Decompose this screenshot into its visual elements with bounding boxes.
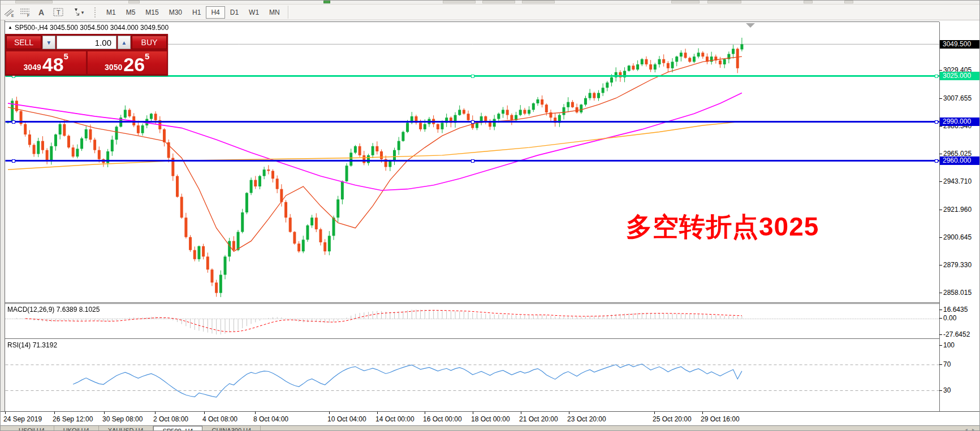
timeframe-button-d1[interactable]: D1 [225, 6, 244, 19]
chart-text-annotation[interactable]: 多空转折点3025 [626, 210, 819, 245]
timeframe-button-m15[interactable]: M15 [140, 6, 163, 19]
time-axis[interactable]: 24 Sep 201926 Sep 12:0030 Sep 08:002 Oct… [1, 411, 980, 426]
time-tick-mark [569, 412, 569, 414]
time-tick-label: 21 Oct 20:00 [519, 415, 558, 423]
buy-price-big: 26 [123, 56, 145, 73]
price-tick-mark [939, 210, 942, 210]
price-tick-mark [939, 265, 942, 265]
time-tick-label: 10 Oct 04:00 [327, 415, 366, 423]
toolbar-separator [288, 6, 288, 19]
text-label-tool-icon[interactable]: A [34, 6, 49, 19]
time-tick-label: 16 Oct 00:00 [423, 415, 462, 423]
time-tick-label: 23 Oct 20:00 [567, 415, 606, 423]
indicator-tick-mark [939, 364, 942, 365]
price-tick-label: 3007.655 [943, 95, 972, 102]
titlebar-partial-row [1, 1, 980, 5]
chart-shift-marker-icon[interactable] [746, 23, 755, 28]
indicator-tick-label: -27.6452 [943, 331, 970, 338]
sell-price-display[interactable]: 3049 48 5 [6, 51, 86, 74]
timeframe-button-m30[interactable]: M30 [164, 6, 187, 19]
time-tick-mark [54, 412, 55, 414]
titlebar-fragment [15, 1, 53, 3]
time-tick-mark [654, 412, 655, 414]
titlebar-fragment [671, 1, 700, 3]
chart-left-gutter [1, 20, 5, 431]
price-tick-label: 2900.645 [943, 234, 972, 241]
tab-scroll-arrows[interactable]: ◂ ▸ [965, 427, 976, 431]
price-tick-mark [939, 293, 942, 293]
indicator-tick-mark [939, 345, 942, 346]
time-tick-label: 29 Oct 16:00 [701, 415, 740, 423]
titlebar-fragment [844, 1, 853, 3]
time-tick-mark [377, 412, 378, 414]
timeframe-button-m5[interactable]: M5 [121, 6, 141, 19]
chart-tab-china300[interactable]: CHINA300,H4 [202, 426, 261, 431]
time-tick-label: 26 Sep 12:00 [53, 415, 93, 423]
timeframe-button-h1[interactable]: H1 [187, 6, 206, 19]
price-tick-mark [939, 154, 942, 154]
price-tick-label: 2879.330 [943, 262, 972, 269]
price-tick-label: 2943.710 [943, 178, 972, 185]
time-tick-mark [255, 412, 256, 414]
arrows-tool-icon[interactable]: ▾ [67, 6, 88, 19]
timeframe-button-mn[interactable]: MN [264, 6, 285, 19]
level-price-badge[interactable]: 3025.000 [940, 72, 980, 80]
toolbar-gripper[interactable] [94, 7, 98, 18]
indicator-tick-mark [939, 334, 942, 335]
ohlc-title-text: SP500-,H4 3045.500 3054.500 3044.000 304… [15, 24, 169, 32]
volume-increase-button[interactable]: ▲ [118, 36, 131, 49]
caret-up-icon: ▲ [122, 40, 127, 46]
price-tick-mark [939, 98, 942, 99]
time-tick-mark [521, 412, 521, 414]
sell-price-prefix: 3049 [24, 62, 41, 73]
toolbar: E F A T ▾ M1M5M15M30H1H4D1W1MN [1, 5, 980, 20]
titlebar-fragment [128, 1, 140, 3]
timeframe-button-h4[interactable]: H4 [206, 6, 225, 19]
level-price-badge[interactable]: 2990.000 [940, 117, 980, 126]
price-tick-label: 2858.015 [943, 289, 972, 297]
rsi-pane-canvas[interactable] [5, 339, 939, 411]
chart-symbol-title: ▲SP500-,H4 3045.500 3054.500 3044.000 30… [8, 24, 169, 32]
text-box-tool-icon[interactable]: T [50, 6, 66, 19]
indicator-tick-label: 100 [943, 342, 955, 349]
chart-tab-sp500-[interactable]: SP500-,H4 [153, 426, 203, 431]
pane-separator[interactable] [5, 338, 939, 339]
volume-decrease-button[interactable]: ▼ [42, 36, 55, 49]
chart-tab-xauusd[interactable]: XAUUSD,H4 [99, 426, 153, 431]
pane-separator[interactable] [5, 302, 939, 303]
time-tick-mark [702, 412, 703, 414]
rsi-indicator-label: RSI(14) 71.3192 [7, 341, 57, 349]
buy-price-prefix: 3050 [105, 62, 122, 73]
sell-button[interactable]: SELL [6, 36, 41, 49]
current-price-badge: 3049.500 [940, 40, 980, 49]
timeframe-button-group: M1M5M15M30H1H4D1W1MN [101, 6, 285, 19]
sell-price-big: 48 [42, 56, 64, 73]
macd-pane-canvas[interactable] [5, 304, 939, 338]
indicator-tick-label: 30 [943, 387, 951, 394]
time-tick-mark [204, 412, 205, 414]
timeframe-button-m1[interactable]: M1 [101, 6, 121, 19]
level-price-badge[interactable]: 2960.000 [940, 156, 980, 165]
price-axis-border [939, 22, 940, 412]
volume-input[interactable] [57, 36, 116, 49]
fibonacci-tool-icon[interactable]: F [18, 6, 33, 19]
titlebar-fragment [804, 1, 813, 3]
indicator-tick-mark [939, 310, 942, 310]
direction-arrow-icon: ▲ [8, 25, 12, 30]
time-tick-label: 18 Oct 00:00 [471, 415, 510, 423]
chart-tab-ukoil[interactable]: UKOil,H4 [54, 426, 99, 431]
time-tick-label: 25 Oct 20:00 [653, 415, 692, 423]
indicator-tick-label: 16.6435 [943, 306, 968, 314]
time-tick-mark [155, 412, 156, 414]
price-tick-mark [939, 181, 942, 182]
timeframe-button-w1[interactable]: W1 [244, 6, 264, 19]
buy-price-display[interactable]: 3050 26 5 [88, 51, 167, 74]
buy-button[interactable]: BUY [132, 36, 167, 49]
titlebar-fragment [707, 1, 741, 3]
time-tick-label: 2 Oct 08:00 [153, 415, 188, 423]
chart-tab-usoil[interactable]: USOil,H4 [10, 426, 54, 431]
one-click-trade-panel: SELL ▼ ▲ BUY 3049 48 5 3050 26 5 [5, 34, 168, 76]
channels-tool-icon[interactable]: E [1, 6, 16, 19]
titlebar-fragment [522, 1, 555, 3]
time-tick-label: 14 Oct 00:00 [375, 415, 415, 423]
